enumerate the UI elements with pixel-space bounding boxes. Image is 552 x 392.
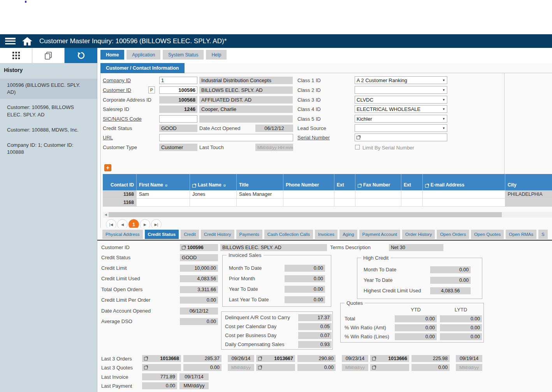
cell-phone[interactable]	[283, 199, 334, 207]
tab-invoices[interactable]: Invoices	[315, 230, 338, 239]
sic-naics-label[interactable]: SIC/NAICS Code	[103, 116, 142, 122]
home-icon[interactable]	[22, 37, 32, 46]
tab-aging[interactable]: Aging	[339, 230, 357, 239]
class-3-id-label: Class 3 ID	[297, 97, 321, 103]
quote-id-field[interactable]	[256, 364, 295, 371]
pager-prev-icon[interactable]: ◀	[117, 219, 128, 228]
company-id-input[interactable]	[159, 77, 197, 84]
tab-physical-address[interactable]: Physical Address	[102, 230, 143, 239]
external-link-icon	[258, 366, 262, 369]
order-id-field[interactable]: 1013667	[256, 355, 295, 362]
history-item[interactable]: 100596 (BILLOWS ELEC. SPLY. AD)	[0, 79, 97, 99]
menu-tab-system-status[interactable]: System Status	[163, 50, 204, 60]
class-5-select[interactable]: Kichler ▼	[355, 115, 447, 123]
company-id-label[interactable]: Company ID	[103, 77, 131, 83]
menu-tab-row: Home Application System Status Help	[97, 48, 552, 63]
credit-limit-per-order-label: Credit Limit Per Order	[101, 297, 150, 303]
scrollbar-thumb[interactable]	[109, 212, 502, 217]
menu-tab-application[interactable]: Application	[127, 50, 160, 60]
quote-id-field[interactable]	[142, 364, 181, 371]
order-id-field[interactable]: 1013668	[142, 355, 181, 362]
add-contact-button[interactable]: +	[104, 164, 111, 171]
menu-tab-home[interactable]: Home	[100, 50, 124, 60]
contact-row[interactable]: 1168 Sam Jones Sales Manager PHILADELPHI…	[103, 190, 552, 199]
tab-open-rmas[interactable]: Open RMAs	[506, 230, 536, 239]
cell-first-name[interactable]	[137, 199, 190, 207]
quote-id-field[interactable]	[370, 364, 409, 371]
tab-credit-history[interactable]: Credit History	[201, 230, 234, 239]
serial-number-label[interactable]: Serial Number	[297, 135, 330, 141]
cell-email[interactable]	[423, 190, 505, 199]
history-item[interactable]: Customer: 100596, BILLOWS ELEC. SPLY. AD	[0, 101, 97, 121]
invoiced-sales-group: Invoiced Sales Month To Date 0.00 Prior …	[222, 255, 331, 307]
tab-clipped[interactable]: S	[538, 230, 548, 239]
serial-number-input[interactable]	[355, 134, 447, 141]
del-comp-label: Daily Compensating Sales	[225, 341, 284, 347]
order-id-field[interactable]: 1013666	[370, 355, 409, 362]
url-input[interactable]	[159, 134, 293, 141]
cell-title[interactable]: Sales Manager	[237, 190, 283, 199]
credit-limit-label: Credit Limit	[101, 265, 127, 271]
horizontal-scrollbar[interactable]: ◀	[103, 212, 552, 218]
lead-source-select[interactable]: ▼	[355, 124, 447, 132]
cell-last-name[interactable]: Jones	[190, 190, 237, 199]
quote-date-field: MM/dd/yy	[342, 364, 368, 371]
customer-id-input[interactable]	[159, 86, 197, 94]
page-title: Customer Master Inquiry: 100596 (BILLOWS…	[39, 37, 227, 45]
cell-phone[interactable]	[283, 190, 334, 199]
history-item[interactable]: Customer: 100888, MDWS, Inc.	[0, 123, 97, 137]
hamburger-menu-icon[interactable]	[5, 38, 16, 44]
customer-type-field: Customer	[159, 144, 197, 151]
cell-ext1[interactable]	[334, 190, 355, 199]
detail-tab-strip: Physical Address Credit Status Credit Cr…	[97, 229, 552, 240]
history-button[interactable]	[65, 48, 97, 63]
cell-last-name[interactable]	[190, 199, 237, 207]
cell-fax[interactable]	[355, 190, 401, 199]
tab-customer-contact-information[interactable]: Customer / Contact Information	[100, 63, 185, 73]
panel-divider	[504, 73, 505, 174]
cell-first-name[interactable]: Sam	[137, 190, 190, 199]
tab-credit[interactable]: Credit	[181, 230, 199, 239]
class-3-select[interactable]: CLVDC ▼	[355, 96, 447, 104]
tab-open-orders[interactable]: Open Orders	[437, 230, 469, 239]
scroll-left-arrow-icon[interactable]: ◀	[103, 212, 109, 218]
high-credit-legend: High Credit	[361, 255, 390, 261]
app-grid-button[interactable]	[0, 48, 32, 63]
limit-by-serial-checkbox[interactable]	[355, 145, 360, 149]
cell-ext1[interactable]	[334, 199, 355, 207]
class-1-select[interactable]: A 2 Customer Ranking ▼	[355, 76, 447, 84]
last-3-orders-row: Last 3 Orders 1013668 285.37 09/26/14 10…	[101, 355, 482, 362]
pager-page-1[interactable]: 1	[128, 219, 139, 228]
cell-fax[interactable]	[355, 199, 401, 207]
class-2-select[interactable]: ▼	[355, 86, 447, 94]
tab-open-quotes[interactable]: Open Quotes	[471, 230, 504, 239]
delinquent-group: Delinquent A/R Cost to Carry 17.37 Cost …	[221, 311, 333, 350]
sic-naics-input[interactable]	[159, 115, 197, 123]
cell-title[interactable]	[237, 199, 283, 207]
tab-payment-account[interactable]: Payment Account	[359, 230, 401, 239]
menu-tab-help[interactable]: Help	[206, 50, 227, 60]
copy-windows-button[interactable]	[32, 48, 65, 63]
invoiced-sales-legend: Invoiced Sales	[227, 252, 264, 258]
history-item[interactable]: Company ID: 1; Customer ID: 100888	[0, 139, 97, 159]
class-4-select[interactable]: ELECTRICAL WHOLESALE ▼	[355, 105, 447, 113]
pager-last-icon[interactable]: ▶|	[151, 219, 162, 228]
tab-credit-status[interactable]: Credit Status	[145, 230, 179, 239]
hc-highest-field: 4,083.56	[430, 287, 471, 294]
contact-row[interactable]: 1168	[103, 199, 552, 207]
tab-cash-collection-calls[interactable]: Cash Collection Calls	[264, 230, 313, 239]
customer-id-label[interactable]: Customer ID	[103, 87, 131, 93]
cell-ext2[interactable]	[401, 199, 423, 207]
customer-id-prompt-button[interactable]: P	[148, 86, 155, 93]
url-label[interactable]: URL	[103, 135, 113, 141]
corporate-address-id-field: 100568	[159, 96, 197, 104]
tab-order-history[interactable]: Order History	[402, 230, 435, 239]
pager-first-icon[interactable]: |◀	[106, 219, 116, 228]
credit-limit-used-label: Credit Limit Used	[101, 276, 140, 281]
cell-email[interactable]	[423, 199, 505, 207]
cell-ext2[interactable]	[401, 190, 423, 199]
credit-limit-field: 10,000.00	[180, 265, 218, 272]
cs-customer-id-field[interactable]: 100596	[180, 244, 218, 251]
pager-next-icon[interactable]: ▶	[140, 219, 150, 228]
tab-payments[interactable]: Payments	[236, 230, 262, 239]
